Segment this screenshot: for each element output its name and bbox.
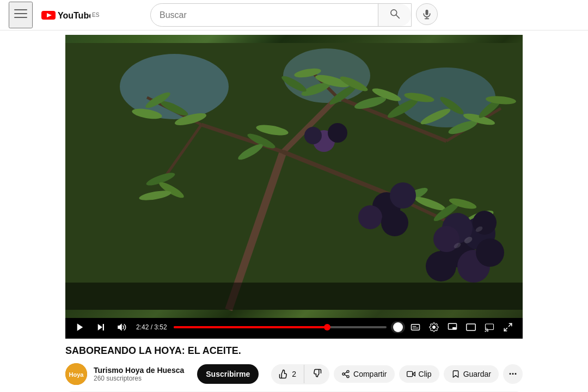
like-area: 2	[271, 364, 329, 384]
svg-point-86	[485, 330, 486, 332]
svg-marker-75	[77, 323, 83, 331]
svg-point-67	[381, 209, 408, 236]
clip-label: Clip	[419, 370, 432, 378]
video-thumbnail[interactable]	[65, 35, 523, 318]
toggle-dot	[393, 322, 403, 332]
theatre-button[interactable]	[463, 320, 479, 334]
search-button[interactable]	[378, 4, 411, 26]
search-input[interactable]	[151, 6, 378, 24]
svg-line-95	[345, 372, 347, 373]
action-buttons: 2 Compartir	[271, 364, 523, 384]
youtube-logo[interactable]: YouTube ES	[41, 10, 99, 21]
youtube-logo-icon: YouTube	[41, 10, 90, 21]
video-info: SABOREANDO LA HOYA: EL ACEITE. Hoya Turi…	[65, 339, 523, 392]
svg-rect-84	[467, 324, 476, 330]
menu-button[interactable]	[9, 2, 33, 28]
svg-rect-1	[14, 13, 27, 14]
svg-rect-74	[65, 283, 523, 310]
like-count: 2	[292, 370, 296, 378]
more-options-button[interactable]: ···	[503, 364, 523, 384]
progress-fill	[174, 326, 328, 328]
svg-point-70	[304, 127, 322, 144]
svg-text:Hoya: Hoya	[69, 371, 84, 378]
svg-line-87	[509, 323, 512, 326]
svg-point-65	[390, 182, 416, 209]
language-label: ES	[92, 12, 99, 18]
svg-rect-8	[426, 10, 428, 15]
svg-point-92	[342, 373, 345, 375]
channel-row: Hoya Turismo Hoya de Huesca 260 suscript…	[65, 363, 523, 385]
cast-button[interactable]	[481, 320, 498, 334]
svg-rect-85	[486, 324, 494, 330]
svg-rect-0	[14, 9, 27, 10]
svg-marker-96	[412, 372, 415, 376]
like-button[interactable]: 2	[271, 365, 304, 383]
progress-dot	[324, 324, 330, 330]
olive-visual	[65, 35, 523, 318]
header: YouTube ES	[0, 0, 588, 30]
miniplayer-button[interactable]	[444, 320, 461, 334]
svg-point-69	[328, 123, 347, 143]
channel-left: Hoya Turismo Hoya de Huesca 260 suscript…	[65, 363, 259, 385]
svg-point-93	[347, 376, 349, 378]
subtitles-button[interactable]	[407, 320, 424, 334]
video-title: SABOREANDO LA HOYA: EL ACEITE.	[65, 345, 523, 357]
channel-avatar[interactable]: Hoya	[65, 363, 87, 385]
svg-point-58	[426, 251, 456, 281]
svg-line-7	[396, 15, 400, 19]
channel-info: Turismo Hoya de Huesca 260 suscriptores	[94, 366, 184, 382]
video-player: 2:42 / 3:52	[65, 35, 523, 339]
video-controls: 2:42 / 3:52	[65, 318, 523, 339]
svg-rect-97	[407, 371, 412, 376]
header-left: YouTube ES	[9, 2, 118, 28]
main-content: 2:42 / 3:52	[0, 35, 588, 392]
svg-rect-77	[103, 324, 104, 330]
play-button[interactable]	[72, 320, 88, 334]
microphone-button[interactable]	[416, 3, 438, 25]
header-center	[118, 3, 470, 27]
time-display: 2:42 / 3:52	[136, 323, 167, 331]
volume-button[interactable]	[113, 320, 130, 334]
svg-line-88	[504, 328, 507, 331]
subscribe-button[interactable]: Suscribirme	[197, 364, 259, 384]
dislike-button[interactable]	[304, 364, 329, 384]
clip-button[interactable]: Clip	[399, 365, 439, 383]
channel-name[interactable]: Turismo Hoya de Huesca	[94, 366, 184, 375]
svg-rect-2	[14, 17, 27, 18]
fullscreen-button[interactable]	[500, 320, 516, 334]
save-label: Guardar	[463, 370, 491, 378]
progress-area[interactable]	[174, 326, 387, 328]
svg-rect-79	[412, 324, 420, 330]
svg-point-60	[476, 238, 504, 267]
svg-point-66	[358, 205, 382, 229]
subscriber-count: 260 suscriptores	[94, 375, 184, 382]
next-button[interactable]	[93, 320, 109, 334]
svg-line-94	[345, 375, 347, 376]
svg-rect-83	[452, 327, 456, 330]
save-button[interactable]: Guardar	[444, 365, 499, 383]
svg-text:YouTube: YouTube	[58, 11, 90, 20]
share-button[interactable]: Compartir	[334, 365, 394, 383]
autoplay-toggle[interactable]	[391, 321, 405, 333]
svg-marker-76	[98, 324, 102, 330]
settings-button[interactable]	[426, 320, 442, 334]
right-controls	[391, 320, 516, 334]
search-bar	[150, 3, 412, 27]
svg-marker-78	[118, 323, 122, 331]
share-label: Compartir	[353, 370, 387, 378]
svg-point-91	[347, 370, 349, 372]
progress-bar[interactable]	[174, 326, 387, 328]
